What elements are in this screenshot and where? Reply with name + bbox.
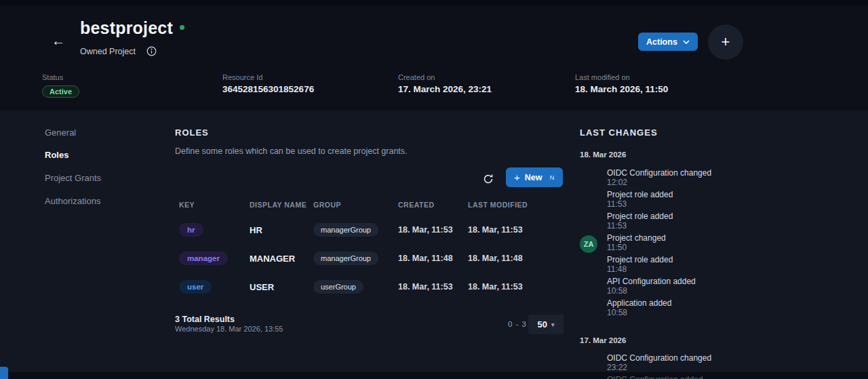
- meta-status: Status Active: [42, 73, 79, 98]
- refresh-button[interactable]: [480, 171, 496, 187]
- change-event: Project changed 11:50: [607, 234, 837, 252]
- change-event: Project role added 11:48: [607, 256, 837, 274]
- project-detail-page: ← bestproject Owned Project Actions + St…: [0, 0, 868, 379]
- meta-resource-id: Resource Id 364528156301852676: [222, 73, 314, 94]
- change-event-title: Project role added: [607, 256, 837, 264]
- table-row[interactable]: hr HR managerGroup 18. Mar, 11:53 18. Ma…: [175, 216, 563, 244]
- role-group-badge: managerGroup: [313, 223, 378, 237]
- roles-table-header: KEY DISPLAY NAME GROUP CREATED LAST MODI…: [175, 201, 563, 209]
- col-header-last-modified: LAST MODIFIED: [468, 201, 567, 209]
- page-title: bestproject: [80, 18, 184, 38]
- change-event: Project role added 11:53: [607, 212, 837, 231]
- change-event: Project role added 11:53: [607, 191, 837, 209]
- role-display-name: MANAGER: [250, 254, 313, 264]
- project-type-label: Owned Project: [80, 47, 136, 56]
- info-icon[interactable]: [146, 46, 157, 56]
- role-group-badge: managerGroup: [313, 252, 378, 265]
- status-badge: Active: [42, 85, 79, 98]
- role-last-modified: 18. Mar, 11:53: [468, 225, 567, 235]
- change-event-time: 11:50: [607, 243, 837, 252]
- col-header-key: KEY: [179, 201, 250, 209]
- active-status-dot-icon: [180, 25, 184, 30]
- roles-section-title: ROLES: [175, 127, 209, 138]
- created-label: Created on: [398, 73, 492, 81]
- status-label: Status: [42, 73, 79, 81]
- table-row[interactable]: user USER userGroup 18. Mar, 11:53 18. M…: [175, 273, 563, 301]
- change-date-group: 18. Mar 2026: [580, 151, 626, 159]
- keyboard-shortcut-hint: N: [549, 174, 554, 181]
- resource-id-value: 364528156301852676: [222, 84, 314, 94]
- total-results: 3 Total Results: [175, 315, 235, 324]
- role-created: 18. Mar, 11:48: [398, 254, 468, 263]
- change-event: Application added 10:58: [607, 299, 837, 317]
- roles-table-body: hr HR managerGroup 18. Mar, 11:53 18. Ma…: [175, 216, 563, 301]
- change-event-title: Project role added: [607, 212, 837, 221]
- sidebar-item-general[interactable]: General: [45, 127, 76, 138]
- sidebar-item-project-grants[interactable]: Project Grants: [45, 173, 101, 183]
- role-key-badge: hr: [179, 223, 203, 237]
- page-range: 0 - 3: [508, 320, 527, 328]
- change-event-time: 11:53: [607, 200, 837, 209]
- change-event-time: 10:58: [607, 287, 837, 296]
- table-row[interactable]: manager MANAGER managerGroup 18. Mar, 11…: [175, 244, 563, 273]
- change-event-title: API Configuration added: [607, 277, 837, 286]
- col-header-group: GROUP: [313, 201, 398, 209]
- results-timestamp: Wednesday 18. Mar 2026, 13:55: [175, 325, 283, 333]
- change-event-title: OIDC Configuration changed: [607, 169, 837, 178]
- new-role-button[interactable]: + New N: [506, 167, 563, 187]
- role-key-badge: manager: [179, 252, 228, 265]
- role-created: 18. Mar, 11:53: [398, 225, 468, 235]
- change-event: OIDC Configuration changed 12:02: [607, 169, 837, 187]
- role-display-name: USER: [250, 282, 313, 292]
- col-header-created: CREATED: [398, 201, 468, 209]
- role-group-badge: userGroup: [313, 280, 363, 294]
- change-event-title: OIDC Configuration changed: [607, 354, 837, 363]
- change-event-time: 11:53: [607, 222, 837, 231]
- page-size-select[interactable]: 50 ▾: [528, 315, 564, 334]
- back-arrow-icon: ←: [52, 33, 65, 48]
- change-event-title: Project changed: [607, 234, 837, 243]
- resource-id-label: Resource Id: [222, 73, 314, 81]
- role-created: 18. Mar, 11:53: [398, 282, 468, 292]
- clipped-blue-element: [0, 367, 8, 379]
- change-event-time: 23:22: [607, 363, 837, 372]
- plus-icon: +: [514, 172, 520, 183]
- role-display-name: HR: [250, 225, 313, 235]
- role-last-modified: 18. Mar, 11:48: [468, 254, 567, 263]
- avatar: ZA: [580, 235, 597, 253]
- page-size-value: 50: [538, 319, 547, 330]
- created-value: 17. March 2026, 23:21: [398, 84, 492, 94]
- dropdown-caret-icon: ▾: [551, 321, 555, 328]
- last-changes-title: LAST CHANGES: [580, 127, 658, 138]
- role-last-modified: 18. Mar, 11:53: [468, 282, 567, 292]
- meta-created: Created on 17. March 2026, 23:21: [398, 73, 492, 94]
- col-header-display-name: DISPLAY NAME: [250, 201, 313, 209]
- sidebar-item-roles[interactable]: Roles: [45, 150, 68, 160]
- role-key-badge: user: [179, 280, 212, 294]
- top-edge-strip: [0, 0, 868, 5]
- bottom-edge-strip: [0, 372, 868, 379]
- change-event-title: Application added: [607, 299, 837, 308]
- project-subtitle-row: Owned Project: [80, 46, 157, 56]
- change-event-title: Project role added: [607, 191, 837, 199]
- roles-section-description: Define some roles which can be used to c…: [175, 146, 408, 156]
- change-event-time: 11:48: [607, 265, 837, 274]
- change-event: OIDC Configuration changed 23:22: [607, 354, 837, 372]
- new-role-button-label: New: [525, 173, 542, 182]
- sidebar-item-authorizations[interactable]: Authorizations: [45, 196, 100, 206]
- last-changes-panel: LAST CHANGES 18. Mar 2026 OIDC Configura…: [580, 0, 858, 379]
- refresh-icon: [483, 174, 494, 184]
- change-date-group: 17. Mar 2026: [580, 336, 626, 344]
- change-event-time: 12:02: [607, 178, 837, 187]
- change-event: API Configuration added 10:58: [607, 277, 837, 296]
- back-button[interactable]: ←: [49, 31, 68, 50]
- change-event-time: 10:58: [607, 308, 837, 317]
